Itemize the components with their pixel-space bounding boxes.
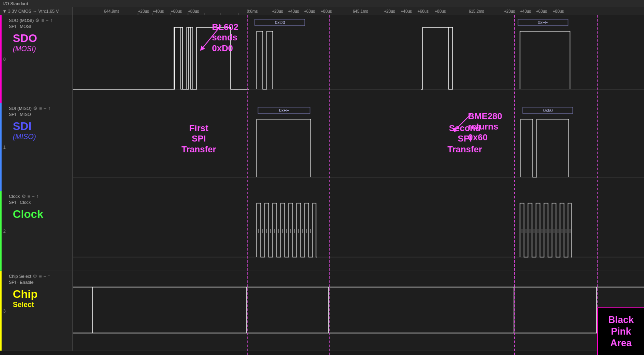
channel-clock: 2 Clock ⚙ ≡ − ↑ SPI - Clock Clock <box>0 191 644 271</box>
channel-clock-label: 2 Clock ⚙ ≡ − ↑ SPI - Clock Clock <box>0 191 73 271</box>
channel-clock-waveform <box>73 191 644 271</box>
channel-sdi-index: 1 <box>3 145 6 150</box>
channel-sdi-waveform: 0xFF 0x60 First SPI Transfer Second SPI … <box>73 103 644 191</box>
gear-icon-clock[interactable]: ⚙ <box>22 193 26 199</box>
channel-sdo-index: 0 <box>3 57 6 62</box>
channel-cs-name: Chip Select <box>9 274 31 279</box>
sdi-big-label: SDI <box>13 120 69 133</box>
channel-cs: 3 Chip Select ⚙ ≡ − ↑ SPI - Enable Chip … <box>0 271 644 351</box>
channel-sdo-label: 0 SDO (MOSI) ⚙ ≡ − ↑ SPI - MOSI SDO (MOS… <box>0 15 73 103</box>
svg-text:0xD0: 0xD0 <box>275 20 285 25</box>
channel-cs-sublabel: SPI - Enable <box>9 280 69 285</box>
settings-icon-cs-2[interactable]: ≡ <box>39 273 42 279</box>
channel-sdi-header: SDI (MISO) ⚙ ≡ − ↑ <box>9 106 69 111</box>
clock-waveform-svg <box>73 191 644 271</box>
settings-icon-sdi-3[interactable]: − <box>44 106 46 111</box>
settings-icon-cs-3[interactable]: − <box>43 273 46 279</box>
channel-clock-sublabel: SPI - Clock <box>9 200 69 205</box>
clock-big-label: Clock <box>13 208 69 221</box>
settings-icon-3[interactable]: − <box>46 18 48 23</box>
channel-sdo: 0 SDO (MOSI) ⚙ ≡ − ↑ SPI - MOSI SDO (MOS… <box>0 15 644 103</box>
channel-sdo-sublabel: SPI - MOSI <box>9 24 69 29</box>
channel-sdo-waveform: 0xD0 0xFF <box>73 15 644 103</box>
gear-icon-sdi[interactable]: ⚙ <box>33 106 38 111</box>
channel-sdi-sublabel: SPI - MISO <box>9 112 69 117</box>
channel-sdi: 1 SDI (MISO) ⚙ ≡ − ↑ SPI - MISO SDI (MIS… <box>0 103 644 191</box>
settings-icon-2[interactable]: ≡ <box>41 18 44 23</box>
channel-sdi-label: 1 SDI (MISO) ⚙ ≡ − ↑ SPI - MISO SDI (MIS… <box>0 103 73 191</box>
settings-icon-sdi-2[interactable]: ≡ <box>39 106 42 111</box>
settings-icon-clock-2[interactable]: ≡ <box>28 193 30 199</box>
ruler <box>73 7 644 15</box>
sdo-waveform-svg: 0xD0 0xFF <box>73 15 644 103</box>
svg-text:0xFF: 0xFF <box>279 108 289 113</box>
voltage-text: ▼ 3.3V CMOS → Vth:1.65 V <box>2 9 59 14</box>
cs-big-label2: Select <box>13 301 69 309</box>
settings-icon-clock-3[interactable]: − <box>32 193 35 199</box>
channel-cs-header: Chip Select ⚙ ≡ − ↑ <box>9 273 69 279</box>
channel-cs-waveform <box>73 271 644 351</box>
annotation-second-spi: Second SPI Transfer <box>433 123 497 155</box>
channel-clock-index: 2 <box>3 229 6 233</box>
annotation-first-spi: First SPI Transfer <box>173 123 225 155</box>
channel-cs-index: 3 <box>3 309 6 313</box>
settings-icon-sdi-4[interactable]: ↑ <box>48 106 50 111</box>
black-pink-area: Black Pink Area <box>597 307 644 355</box>
svg-text:0xFF: 0xFF <box>538 20 548 25</box>
channel-sdo-header: SDO (MOSI) ⚙ ≡ − ↑ <box>9 18 69 23</box>
black-pink-text: Black Pink Area <box>608 314 634 349</box>
sdi-big-sublabel: (MISO) <box>13 133 69 141</box>
cs-waveform-svg <box>73 271 644 351</box>
top-bar-title: I/O Standard <box>3 1 28 6</box>
channel-cs-label: 3 Chip Select ⚙ ≡ − ↑ SPI - Enable Chip … <box>0 271 73 351</box>
gear-icon-cs[interactable]: ⚙ <box>33 273 37 279</box>
channel-clock-name: Clock <box>9 194 20 199</box>
top-bar: I/O Standard <box>0 0 644 7</box>
sdi-waveform-svg: 0xFF 0x60 <box>73 103 644 191</box>
settings-icon-4[interactable]: ↑ <box>50 18 52 23</box>
sdo-big-sublabel: (MOSI) <box>13 45 69 53</box>
svg-text:0x60: 0x60 <box>543 108 553 113</box>
settings-icon-cs-4[interactable]: ↑ <box>48 273 50 279</box>
voltage-bar: ▼ 3.3V CMOS → Vth:1.65 V <box>0 7 73 15</box>
channel-sdi-name: SDI (MISO) <box>9 106 32 111</box>
gear-icon[interactable]: ⚙ <box>35 18 40 23</box>
settings-icon-clock-4[interactable]: ↑ <box>36 193 39 199</box>
channel-clock-header: Clock ⚙ ≡ − ↑ <box>9 193 69 199</box>
cs-big-label: Chip <box>13 288 69 301</box>
sdo-big-label: SDO <box>13 32 69 45</box>
channel-sdo-name: SDO (MOSI) <box>9 18 34 23</box>
